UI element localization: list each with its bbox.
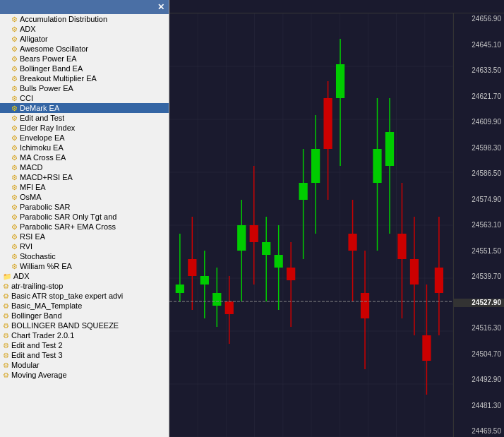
candle-10 — [299, 183, 308, 200]
nav-icon-edit-test: ⚙ — [11, 114, 18, 122]
nav-item-mfi-ea[interactable]: ⚙MFI EA — [0, 182, 169, 192]
nav-item-edit-test3[interactable]: ⚙Edit and Test 3 — [0, 350, 169, 360]
nav-item-cci[interactable]: ⚙CCI — [0, 93, 169, 103]
chart-canvas[interactable] — [169, 13, 453, 437]
nav-label-ichimoku-ea: Ichimoku EA — [20, 143, 64, 152]
nav-item-william-r-ea[interactable]: ⚙William %R EA — [0, 261, 169, 271]
nav-item-modular[interactable]: ⚙Modular — [0, 360, 169, 370]
candle-2 — [200, 276, 209, 285]
candle-17 — [385, 132, 394, 166]
price-label-4: 24609.90 — [454, 118, 504, 126]
nav-label-breakout-mult-ea: Breakout Multiplier EA — [20, 74, 97, 83]
price-label-9: 24551.50 — [454, 247, 504, 256]
nav-icon-basic-atr: ⚙ — [3, 292, 9, 300]
nav-item-atr-trailing[interactable]: ⚙atr-trailing-stop — [0, 281, 169, 291]
nav-item-parabolic-sar-ema[interactable]: ⚙Parabolic SAR+ EMA Cross — [0, 222, 169, 232]
nav-label-cci: CCI — [20, 94, 33, 102]
nav-icon-basic-ma: ⚙ — [3, 302, 9, 310]
nav-item-macd-rsi-ea[interactable]: ⚙MACD+RSI EA — [0, 172, 169, 182]
nav-icon-bollinger-band-ea: ⚙ — [11, 65, 18, 73]
price-label-3: 24621.70 — [454, 92, 504, 101]
nav-item-envelope-ea[interactable]: ⚙Envelope EA — [0, 133, 169, 143]
price-label-0: 24656.90 — [454, 15, 504, 23]
price-axis: 24656.9024645.1024633.5024621.7024609.90… — [453, 13, 504, 437]
nav-label-adx1: ADX — [20, 25, 36, 33]
nav-item-ichimoku-ea[interactable]: ⚙Ichimoku EA — [0, 143, 169, 152]
nav-item-ma-cross-ea[interactable]: ⚙MA Cross EA — [0, 152, 169, 162]
nav-item-rsi-ea[interactable]: ⚙RSI EA — [0, 232, 169, 241]
nav-item-chart-trader[interactable]: ⚙Chart Trader 2.0.1 — [0, 330, 169, 340]
price-label-1: 24645.10 — [454, 41, 504, 49]
candle-13 — [336, 64, 344, 98]
nav-icon-rvi: ⚙ — [11, 243, 18, 251]
nav-item-breakout-mult-ea[interactable]: ⚙Breakout Multiplier EA — [0, 73, 169, 83]
nav-item-bears-power-ea[interactable]: ⚙Bears Power EA — [0, 54, 169, 64]
nav-icon-breakout-mult-ea: ⚙ — [11, 75, 18, 83]
chart-header — [169, 0, 504, 13]
nav-item-edit-test2[interactable]: ⚙Edit and Test 2 — [0, 340, 169, 350]
nav-item-rvi[interactable]: ⚙RVI — [0, 241, 169, 251]
candle-11 — [311, 149, 320, 183]
nav-item-bollinger[interactable]: ⚙Bollinger Band — [0, 311, 169, 321]
nav-icon-modular: ⚙ — [3, 361, 9, 369]
nav-item-bb-squeeze[interactable]: ⚙BOLLINGER BAND SQUEEZE — [0, 321, 169, 330]
price-label-8: 24563.10 — [454, 221, 504, 229]
price-label-16: 24469.50 — [454, 427, 504, 436]
price-label-10: 24539.70 — [454, 273, 504, 281]
navigator-body[interactable]: ⚙Accumulation Distribution⚙ADX⚙Alligator… — [0, 14, 169, 437]
nav-icon-chart-trader: ⚙ — [3, 332, 9, 340]
candle-3 — [212, 293, 221, 306]
nav-item-accumulation[interactable]: ⚙Accumulation Distribution — [0, 14, 169, 24]
nav-label-modular: Modular — [11, 361, 40, 369]
nav-item-adx2[interactable]: 📁ADX — [0, 271, 169, 281]
nav-item-basic-atr[interactable]: ⚙Basic ATR stop_take expert advi — [0, 291, 169, 301]
nav-label-moving-average: Moving Average — [11, 371, 67, 379]
nav-label-bollinger: Bollinger Band — [11, 311, 62, 320]
nav-icon-ichimoku-ea: ⚙ — [11, 144, 18, 152]
nav-label-edit-test3: Edit and Test 3 — [11, 351, 63, 359]
nav-item-stochastic[interactable]: ⚙Stochastic — [0, 251, 169, 261]
nav-icon-edit-test2: ⚙ — [3, 342, 9, 349]
nav-icon-parabolic-sar-only: ⚙ — [11, 213, 18, 221]
nav-label-rvi: RVI — [20, 242, 32, 251]
nav-label-parabolic-sar-ema: Parabolic SAR+ EMA Cross — [20, 222, 116, 231]
nav-icon-accumulation: ⚙ — [11, 16, 18, 23]
nav-icon-rsi-ea: ⚙ — [11, 233, 18, 241]
nav-item-edit-test[interactable]: ⚙Edit and Test — [0, 113, 169, 123]
price-label-12: 24516.30 — [454, 324, 504, 333]
price-label-14: 24492.90 — [454, 376, 504, 384]
nav-label-edit-test: Edit and Test — [20, 114, 64, 122]
nav-label-bb-squeeze: BOLLINGER BAND SQUEEZE — [11, 321, 119, 330]
nav-label-bulls-power-ea: Bulls Power EA — [20, 84, 73, 92]
nav-item-parabolic-sar-only[interactable]: ⚙Parabolic SAR Only Tgt and — [0, 212, 169, 222]
nav-item-bulls-power-ea[interactable]: ⚙Bulls Power EA — [0, 83, 169, 93]
nav-icon-william-r-ea: ⚙ — [11, 263, 18, 270]
candle-18 — [397, 234, 406, 259]
nav-item-basic-ma[interactable]: ⚙Basic_MA_Template — [0, 301, 169, 311]
nav-item-alligator[interactable]: ⚙Alligator — [0, 34, 169, 44]
nav-item-bollinger-band-ea[interactable]: ⚙Bollinger Band EA — [0, 64, 169, 73]
nav-item-osma[interactable]: ⚙OsMA — [0, 192, 169, 202]
nav-item-parabolic-sar[interactable]: ⚙Parabolic SAR — [0, 202, 169, 212]
navigator-close-button[interactable]: ✕ — [157, 2, 164, 12]
nav-icon-parabolic-sar-ema: ⚙ — [11, 223, 18, 231]
nav-label-edit-test2: Edit and Test 2 — [11, 341, 63, 349]
candle-9 — [287, 268, 295, 280]
nav-icon-bulls-power-ea: ⚙ — [11, 85, 18, 92]
nav-icon-mfi-ea: ⚙ — [11, 184, 18, 191]
nav-label-bears-power-ea: Bears Power EA — [20, 54, 77, 63]
nav-item-demark-ea[interactable]: ⚙DeMark EA — [0, 103, 169, 113]
nav-icon-alligator: ⚙ — [11, 35, 18, 43]
nav-item-elder-ray[interactable]: ⚙Elder Ray Index — [0, 123, 169, 133]
nav-label-demark-ea: DeMark EA — [20, 104, 59, 112]
candle-6 — [250, 225, 258, 242]
nav-item-awesome[interactable]: ⚙Awesome Oscillator — [0, 44, 169, 54]
nav-item-adx1[interactable]: ⚙ADX — [0, 24, 169, 34]
nav-item-moving-average[interactable]: ⚙Moving Average — [0, 370, 169, 380]
candle-19 — [410, 259, 419, 285]
nav-item-macd[interactable]: ⚙MACD — [0, 162, 169, 172]
price-label-11: 24527.90 — [454, 299, 504, 307]
nav-icon-elder-ray: ⚙ — [11, 124, 18, 132]
nav-label-elder-ray: Elder Ray Index — [20, 124, 75, 132]
candle-21 — [435, 268, 443, 293]
